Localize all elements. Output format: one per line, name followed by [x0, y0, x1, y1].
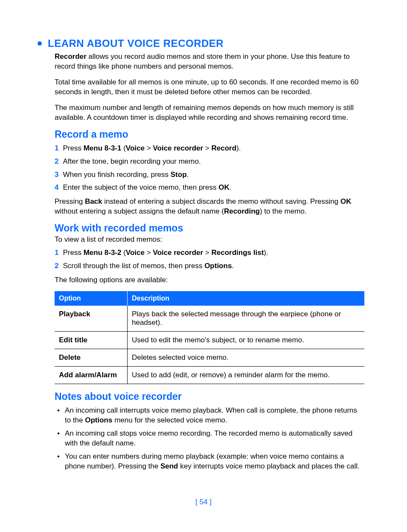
list-item: 1 Press Menu 8-3-2 (Voice > Voice record…	[55, 248, 364, 258]
option-cell: Playback	[55, 306, 128, 332]
bullet-icon: •	[55, 429, 60, 448]
work-steps: 1 Press Menu 8-3-2 (Voice > Voice record…	[55, 248, 364, 271]
option-cell: Add alarm/Alarm	[55, 367, 128, 384]
work-after-paragraph: The following options are available:	[55, 275, 364, 285]
notes-list: • An incoming call interrupts voice memo…	[55, 406, 364, 471]
step-number: 1	[55, 144, 58, 153]
step-number: 2	[55, 261, 58, 271]
description-cell: Used to add (edit, or remove) a reminder…	[128, 367, 365, 384]
bullet-icon: •	[55, 406, 60, 425]
section-heading-record: Record a memo	[55, 129, 364, 140]
step-number: 4	[55, 183, 58, 193]
work-intro: To view a list of recorded memos:	[55, 235, 364, 245]
main-heading: LEARN ABOUT VOICE RECORDER	[48, 38, 224, 49]
intro-paragraph-2: Total time available for all memos is on…	[55, 78, 364, 97]
bullet-icon: •	[55, 452, 60, 471]
step-number: 1	[55, 248, 58, 258]
main-heading-row: LEARN ABOUT VOICE RECORDER	[38, 38, 364, 49]
intro-paragraph-3: The maximum number and length of remaini…	[55, 103, 364, 123]
page-number: [ 54 ]	[0, 498, 407, 506]
step-number: 3	[55, 170, 58, 180]
intro-bold: Recorder	[55, 52, 87, 61]
step-text: Scroll through the list of memos, then p…	[63, 261, 234, 271]
list-item: 2 After the tone, begin recording your m…	[55, 157, 364, 167]
section-heading-work: Work with recorded memos	[55, 223, 364, 234]
intro-text: allows you record audio memos and store …	[55, 52, 350, 70]
list-item: 1 Press Menu 8-3-1 (Voice > Voice record…	[55, 144, 364, 153]
list-item: • An incoming call interrupts voice memo…	[55, 406, 364, 425]
section-heading-notes: Notes about voice recorder	[55, 391, 364, 402]
note-text: An incoming call stops voice memo record…	[65, 429, 364, 448]
note-text: You can enter numbers during memo playba…	[65, 452, 364, 471]
option-cell: Delete	[55, 349, 128, 367]
record-after-paragraph: Pressing Back instead of entering a subj…	[55, 197, 364, 217]
list-item: 2 Scroll through the list of memos, then…	[55, 261, 364, 271]
th-description: Description	[128, 291, 365, 306]
record-steps: 1 Press Menu 8-3-1 (Voice > Voice record…	[55, 144, 364, 193]
step-text: Press Menu 8-3-2 (Voice > Voice recorder…	[63, 248, 268, 258]
option-cell: Edit title	[55, 332, 128, 349]
step-text: Enter the subject of the voice memo, the…	[63, 183, 231, 193]
th-option: Option	[55, 291, 128, 306]
step-number: 2	[55, 157, 58, 167]
step-text: When you finish recording, press Stop.	[63, 170, 189, 180]
list-item: 3 When you finish recording, press Stop.	[55, 170, 364, 180]
step-text: After the tone, begin recording your mem…	[63, 157, 201, 167]
bullet-icon	[38, 41, 42, 46]
table-header-row: Option Description	[55, 291, 364, 306]
table-row: Playback Plays back the selected message…	[55, 306, 364, 332]
description-cell: Deletes selected voice memo.	[128, 349, 365, 367]
note-text: An incoming call interrupts voice memo p…	[65, 406, 364, 425]
description-cell: Used to edit the memo's subject, or to r…	[128, 332, 365, 349]
table-row: Delete Deletes selected voice memo.	[55, 349, 364, 367]
options-table: Option Description Playback Plays back t…	[55, 291, 364, 384]
description-cell: Plays back the selected message through …	[128, 306, 365, 332]
step-text: Press Menu 8-3-1 (Voice > Voice recorder…	[63, 144, 241, 153]
table-row: Add alarm/Alarm Used to add (edit, or re…	[55, 367, 364, 384]
list-item: • An incoming call stops voice memo reco…	[55, 429, 364, 448]
list-item: 4 Enter the subject of the voice memo, t…	[55, 183, 364, 193]
table-row: Edit title Used to edit the memo's subje…	[55, 332, 364, 349]
document-page: LEARN ABOUT VOICE RECORDER Recorder allo…	[0, 0, 407, 532]
list-item: • You can enter numbers during memo play…	[55, 452, 364, 471]
intro-paragraph-1: Recorder allows you record audio memos a…	[55, 52, 364, 72]
